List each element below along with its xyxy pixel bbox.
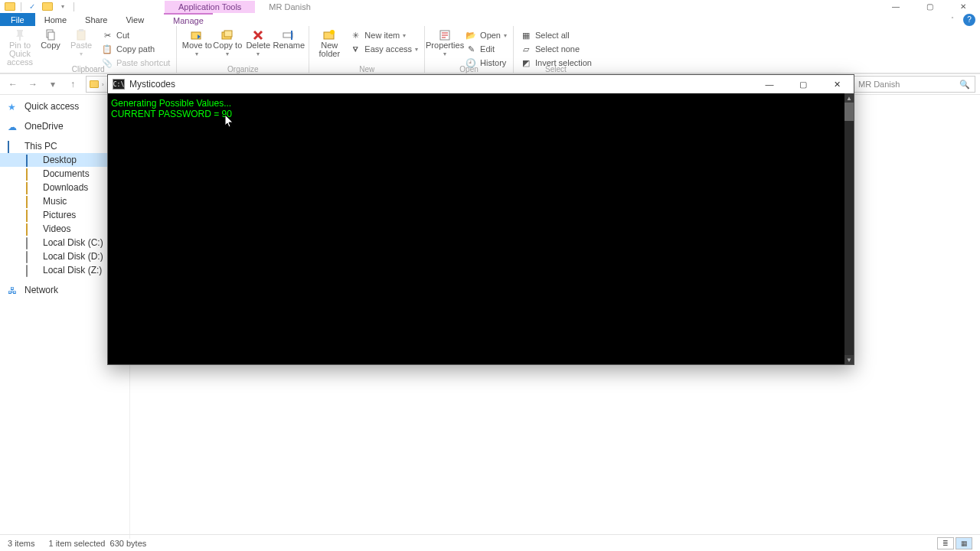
rename-button[interactable]: Rename	[273, 28, 304, 50]
maximize-button[interactable]: ▢	[913, 0, 946, 13]
new-group-label: New	[309, 65, 424, 73]
copy-to-button[interactable]: Copy to▾	[212, 28, 243, 58]
network-icon: 🖧	[8, 285, 20, 295]
select-all-button[interactable]: ▦Select all	[518, 29, 593, 41]
help-icon[interactable]: ?	[963, 14, 975, 26]
qat-customize-dropdown[interactable]: ▾	[56, 2, 70, 12]
tree-label: Videos	[43, 223, 70, 234]
console-titlebar[interactable]: C:\ Mysticodes — ▢ ✕	[108, 75, 854, 93]
tree-label: Network	[24, 285, 58, 295]
window-title: MR Danish	[269, 2, 310, 11]
qat-properties-icon[interactable]: ✓	[25, 2, 39, 12]
tree-label: Desktop	[43, 155, 77, 165]
tree-label: Local Disk (D:)	[43, 251, 103, 262]
new-item-button[interactable]: ✳New item ▾	[348, 29, 420, 41]
copy-to-label: Copy to	[213, 41, 242, 50]
cut-button[interactable]: ✂Cut	[100, 29, 172, 41]
select-group: ▦Select all ▱Select none ◩Invert selecti…	[514, 26, 598, 73]
tree-label: Quick access	[24, 101, 79, 112]
new-folder-button[interactable]: New folder	[314, 28, 345, 58]
address-folder-icon	[90, 80, 99, 88]
scroll-down-icon[interactable]: ▼	[844, 355, 854, 364]
file-tab[interactable]: File	[0, 13, 35, 26]
view-large-icons-button[interactable]: ▦	[956, 537, 972, 549]
ribbon: Pin to Quick access Copy Paste ▾ ✂Cut 📋C…	[0, 26, 980, 73]
paste-button[interactable]: Paste ▾	[66, 28, 96, 58]
move-to-label: Move to	[182, 41, 212, 50]
share-tab[interactable]: Share	[76, 13, 116, 26]
organize-group: Move to▾ Copy to▾ Delete▾ Rename Organiz…	[177, 26, 309, 73]
tree-label: OneDrive	[24, 121, 64, 132]
edit-button[interactable]: ✎Edit	[463, 43, 508, 55]
status-item-count: 3 items	[8, 539, 34, 548]
svg-rect-6	[224, 31, 232, 37]
scroll-track[interactable]	[844, 103, 854, 355]
forward-button[interactable]: →	[24, 76, 41, 93]
status-selected-size: 630 bytes	[110, 539, 147, 548]
window-titlebar: ✓ ▾ Application Tools MR Danish — ▢ ✕	[0, 0, 980, 13]
delete-button[interactable]: Delete▾	[243, 28, 273, 58]
new-folder-icon	[323, 29, 335, 41]
pin-icon	[14, 29, 26, 41]
search-box[interactable]: MR Danish 🔍	[853, 76, 975, 93]
back-button[interactable]: ←	[5, 76, 21, 93]
open-button[interactable]: 📂Open ▾	[463, 29, 508, 41]
delete-icon	[252, 29, 264, 41]
console-close-button[interactable]: ✕	[820, 75, 854, 93]
tree-label: Pictures	[43, 210, 76, 220]
scroll-up-icon[interactable]: ▲	[844, 93, 854, 103]
console-output[interactable]: Generating Possible Values... CURRENT PA…	[108, 93, 844, 364]
tree-label: Local Disk (C:)	[43, 237, 103, 248]
tree-label: Documents	[43, 168, 90, 179]
console-maximize-button[interactable]: ▢	[786, 75, 820, 93]
up-button[interactable]: ↑	[64, 76, 81, 93]
svg-rect-4	[191, 32, 201, 39]
copy-icon	[44, 29, 57, 41]
view-details-button[interactable]: ≣	[937, 537, 954, 549]
easy-access-icon: ⛛	[349, 43, 361, 55]
cmd-icon: C:\	[113, 79, 125, 90]
console-minimize-button[interactable]: —	[753, 75, 786, 93]
close-button[interactable]: ✕	[946, 0, 980, 13]
qat-new-folder-icon[interactable]	[41, 2, 54, 12]
view-tab[interactable]: View	[116, 13, 153, 26]
easy-access-button[interactable]: ⛛Easy access ▾	[348, 43, 420, 55]
cut-icon: ✂	[101, 29, 113, 41]
tree-label: Local Disk (Z:)	[43, 265, 102, 276]
svg-point-10	[330, 30, 335, 34]
scroll-thumb[interactable]	[844, 103, 854, 121]
new-group: New folder ✳New item ▾ ⛛Easy access ▾ Ne…	[309, 26, 425, 73]
copy-button[interactable]: Copy	[35, 28, 66, 50]
edit-label: Edit	[480, 44, 495, 54]
console-scrollbar[interactable]: ▲ ▼	[844, 93, 854, 364]
ribbon-collapse-icon[interactable]: ˄	[951, 16, 954, 23]
svg-rect-3	[79, 29, 83, 31]
new-item-label: New item	[364, 31, 400, 40]
pin-quick-access-button[interactable]: Pin to Quick access	[5, 28, 35, 67]
tree-label: This PC	[24, 141, 57, 152]
recent-locations-button[interactable]: ▾	[44, 76, 61, 93]
monitor-icon	[8, 142, 20, 151]
copy-path-icon: 📋	[101, 43, 113, 55]
desktop-icon	[26, 155, 38, 165]
qat-separator	[21, 2, 21, 11]
properties-label: Properties	[426, 41, 464, 50]
organize-group-label: Organize	[177, 65, 309, 73]
cloud-icon: ☁	[8, 122, 20, 131]
properties-button[interactable]: Properties▾	[430, 28, 460, 58]
delete-label: Delete	[246, 41, 270, 50]
open-group-label: Open	[425, 65, 513, 73]
select-none-button[interactable]: ▱Select none	[518, 43, 593, 55]
home-tab[interactable]: Home	[35, 13, 76, 26]
manage-tab[interactable]: Manage	[164, 13, 213, 26]
context-tools-tab: Application Tools	[165, 1, 255, 13]
minimize-button[interactable]: —	[879, 0, 913, 13]
move-to-button[interactable]: Move to▾	[181, 28, 212, 58]
copy-path-button[interactable]: 📋Copy path	[100, 43, 172, 55]
console-line: CURRENT PASSWORD = 90	[111, 109, 841, 119]
ribbon-tabs: File Home Share View Manage ˄ ?	[0, 13, 980, 26]
console-title-text: Mysticodes	[129, 79, 175, 90]
open-label: Open	[480, 31, 501, 40]
drive-icon	[26, 252, 38, 261]
quick-access-toolbar: ✓ ▾	[0, 2, 77, 12]
